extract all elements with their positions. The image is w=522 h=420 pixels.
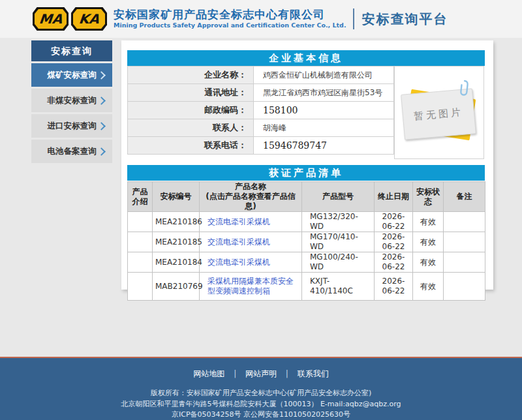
product-intro-cell	[128, 232, 153, 252]
col-product-name-line2: (点击产品名称查看产品信息)	[202, 192, 299, 211]
table-row: MEA210186 交流电牵引采煤机 MG132/320-WD 2026-06-…	[128, 212, 485, 232]
table-header-row: 产品介绍 安标编号 产品名称 (点击产品名称查看产品信息) 产品型号 终止日期 …	[128, 182, 485, 212]
sidebar-item-label: 煤矿安标查询	[48, 70, 97, 81]
table-row: 联系人： 胡海峰	[128, 119, 394, 137]
company-name-label: 企业名称：	[128, 67, 254, 84]
sidebar-item-label: 电池备案查询	[48, 146, 97, 157]
sidebar-item-coal-mine-query[interactable]: 煤矿安标查询	[31, 63, 112, 87]
expiry-cell: 2026-06-22	[375, 252, 413, 273]
address-value: 黑龙江省鸡西市鸡冠区南星街53号	[254, 84, 394, 102]
address-label: 通讯地址：	[128, 84, 254, 102]
table-row: 邮政编码： 158100	[128, 102, 394, 119]
product-list-section-title: 获证产品清单	[127, 165, 485, 181]
remark-cell	[444, 273, 485, 301]
footer-link-separator: |	[286, 369, 288, 378]
footer-link-sitemap[interactable]: 网站地图	[193, 369, 224, 378]
product-name-link[interactable]: 交流电牵引采煤机	[207, 237, 270, 247]
col-model: 产品型号	[302, 182, 375, 212]
copyright-line: 版权所有：安标国家矿用产品安全标志中心(矿用产品安全标志办公室)	[0, 388, 522, 399]
org-name-en: Mining Products Safety Approval and Cert…	[114, 22, 346, 29]
product-image-placeholder: 暂无图片	[394, 66, 484, 159]
postcode-label: 邮政编码：	[128, 102, 254, 119]
company-info-section-title: 企业基本信息	[127, 50, 485, 66]
icp-line: 京ICP备05034258号 京公网安备11010502025630号	[0, 410, 522, 420]
expiry-cell: 2026-06-22	[375, 212, 413, 232]
phone-label: 联系电话：	[128, 137, 254, 155]
col-product-name: 产品名称 (点击产品名称查看产品信息)	[200, 182, 302, 212]
ma-badge-icon: MA	[33, 7, 69, 31]
org-titles: 安标国家矿用产品安全标志中心有限公司 Mining Products Safet…	[114, 8, 346, 29]
col-expiry-date: 终止日期	[375, 182, 413, 212]
page: MA KA 安标国家矿用产品安全标志中心有限公司 Mining Products…	[0, 0, 522, 420]
site-footer: 网站地图 | 网站声明 | 联系我们 版权所有：安标国家矿用产品安全标志中心(矿…	[0, 357, 522, 420]
phone-value: 15946789747	[254, 137, 394, 155]
platform-title: 安标查询平台	[362, 10, 448, 28]
product-name-link[interactable]: 交流电牵引采煤机	[207, 258, 270, 267]
col-status: 安标状态	[413, 182, 444, 212]
product-intro-cell	[128, 212, 153, 232]
table-row: 企业名称： 鸡西金恒矿山机械制造有限公司	[128, 67, 394, 84]
product-name-link[interactable]: 交流电牵引采煤机	[207, 217, 270, 226]
chevron-right-icon	[97, 122, 106, 130]
table-row: MEA210184 交流电牵引采煤机 MG100/240-WD 2026-06-…	[128, 252, 485, 273]
product-name-link[interactable]: 采煤机用隔爆兼本质安全型变频调速控制箱	[207, 277, 294, 295]
status-cell: 有效	[413, 273, 444, 301]
cert-no-cell: MEA210184	[153, 252, 200, 273]
col-product-name-line1: 产品名称	[202, 182, 299, 192]
chevron-right-icon	[97, 97, 106, 105]
content-panel: 企业基本信息 企业名称： 鸡西金恒矿山机械制造有限公司 通讯地址： 黑龙江省鸡西…	[121, 40, 493, 290]
paperclip-icon	[458, 79, 470, 97]
remark-cell	[444, 232, 485, 252]
org-name-cn: 安标国家矿用产品安全标志中心有限公司	[114, 8, 346, 22]
cert-no-cell: MAB210769	[153, 273, 200, 301]
status-cell: 有效	[413, 252, 444, 273]
product-list-table: 产品介绍 安标编号 产品名称 (点击产品名称查看产品信息) 产品型号 终止日期 …	[127, 181, 485, 301]
ma-badge-face: MA	[35, 9, 67, 29]
col-cert-no: 安标编号	[153, 182, 200, 212]
footer-link-contact[interactable]: 联系我们	[298, 369, 329, 378]
cert-no-cell: MEA210185	[153, 232, 200, 252]
expiry-cell: 2026-06-22	[375, 232, 413, 252]
ka-badge-face: KA	[73, 9, 105, 29]
col-remark: 备注	[444, 182, 485, 212]
product-name-cell: 交流电牵引采煤机	[200, 232, 302, 252]
no-image-text: 暂无图片	[413, 106, 463, 123]
sidebar: 安标查询 煤矿安标查询 非煤安标查询 进口安标查询 电池备案查询	[31, 40, 112, 163]
table-row: 联系电话： 15946789747	[128, 137, 394, 155]
status-cell: 有效	[413, 212, 444, 232]
maka-logo: MA KA	[33, 7, 107, 31]
footer-copyright-block: 版权所有：安标国家矿用产品安全标志中心(矿用产品安全标志办公室) 北京朝阳区和平…	[0, 388, 522, 420]
table-row: MEA210185 交流电牵引采煤机 MG170/410-WD 2026-06-…	[128, 232, 485, 252]
model-cell: KXJT-410/1140C	[302, 273, 375, 301]
postcode-value: 158100	[254, 102, 394, 119]
sidebar-title: 安标查询	[31, 40, 112, 61]
cert-no-cell: MEA210186	[153, 212, 200, 232]
status-cell: 有效	[413, 232, 444, 252]
sidebar-item-label: 非煤安标查询	[48, 95, 97, 106]
ka-badge-icon: KA	[71, 7, 107, 31]
ka-badge-text: KA	[78, 11, 100, 27]
product-name-cell: 采煤机用隔爆兼本质安全型变频调速控制箱	[200, 273, 302, 301]
contact-person-label: 联系人：	[128, 119, 254, 137]
product-name-cell: 交流电牵引采煤机	[200, 252, 302, 273]
header-divider	[353, 8, 354, 29]
product-name-cell: 交流电牵引采煤机	[200, 212, 302, 232]
table-row: 通讯地址： 黑龙江省鸡西市鸡冠区南星街53号	[128, 84, 394, 102]
sidebar-item-import-query[interactable]: 进口安标查询	[31, 114, 112, 138]
chevron-right-icon	[97, 147, 106, 156]
model-cell: MG170/410-WD	[302, 232, 375, 252]
company-info-table: 企业名称： 鸡西金恒矿山机械制造有限公司 通讯地址： 黑龙江省鸡西市鸡冠区南星街…	[127, 66, 394, 155]
remark-cell	[444, 252, 485, 273]
footer-link-statement[interactable]: 网站声明	[245, 369, 277, 378]
chevron-right-icon	[97, 71, 106, 80]
sidebar-item-battery-record-query[interactable]: 电池备案查询	[31, 140, 112, 163]
sidebar-item-non-coal-query[interactable]: 非煤安标查询	[31, 89, 112, 112]
expiry-cell: 2026-06-22	[375, 273, 413, 301]
model-cell: MG132/320-WD	[302, 212, 375, 232]
product-intro-cell	[128, 273, 153, 301]
product-intro-cell	[128, 252, 153, 273]
footer-links: 网站地图 | 网站声明 | 联系我们	[0, 368, 522, 380]
company-name-value: 鸡西金恒矿山机械制造有限公司	[254, 67, 394, 84]
sidebar-item-label: 进口安标查询	[48, 121, 97, 132]
model-cell: MG100/240-WD	[302, 252, 375, 273]
